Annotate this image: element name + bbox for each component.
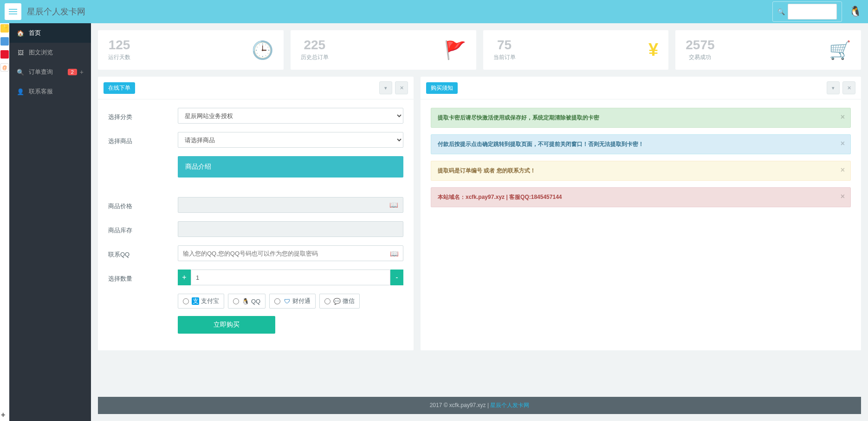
rail-icon-at[interactable]: @ — [0, 63, 9, 72]
sidebar-item-label: 订单查询 — [29, 68, 53, 76]
search-icon: 🔍 — [17, 69, 24, 76]
plus-icon: + — [80, 68, 84, 76]
yen-icon: ¥ — [648, 40, 658, 60]
sidebar: 🏠 首页 🖼 图文浏览 🔍 订单查询 2 + 👤 联系客服 — [9, 23, 91, 421]
label-category: 选择分类 — [108, 110, 178, 121]
notice-panel: 购买须知 ▾ ✕ 提取卡密后请尽快激活使用或保存好，系统定期清除被提取的卡密× … — [421, 77, 861, 350]
search-input[interactable] — [788, 4, 837, 20]
qty-minus-button[interactable]: - — [390, 270, 403, 285]
alert-danger: 本站域名：xcfk.pay97.xyz | 客服QQ:1845457144× — [431, 187, 851, 207]
stat-value: 75 — [493, 39, 516, 52]
buy-button[interactable]: 立即购买 — [178, 316, 275, 334]
qty-plus-button[interactable]: + — [178, 270, 191, 285]
rail-icon-weibo[interactable] — [0, 50, 9, 59]
footer-link[interactable]: 星辰个人发卡网 — [490, 402, 529, 408]
order-panel: 在线下单 ▾ ✕ 选择分类 星辰网站业务授权 — [98, 77, 414, 350]
user-icon: 👤 — [17, 88, 24, 95]
home-icon: 🏠 — [17, 30, 24, 37]
left-rail: ⭐ @ + — [0, 23, 9, 421]
search-box[interactable]: 🔍 — [772, 1, 842, 22]
rail-icon-blue[interactable] — [0, 37, 9, 46]
alert-success: 提取卡密后请尽快激活使用或保存好，系统定期清除被提取的卡密× — [431, 108, 851, 128]
sidebar-item-label: 图文浏览 — [29, 48, 53, 57]
site-title: 星辰个人发卡网 — [27, 6, 85, 17]
pay-option-qq[interactable]: 🐧QQ — [228, 294, 266, 309]
stat-value: 2575 — [686, 39, 714, 52]
stat-card-success: 2575 交易成功 🛒 — [675, 30, 861, 70]
close-button[interactable]: ✕ — [395, 81, 408, 94]
rail-icon-star[interactable]: ⭐ — [0, 24, 9, 33]
book-icon: 📖 — [390, 250, 399, 258]
category-select[interactable]: 星辰网站业务授权 — [178, 108, 403, 124]
label-price: 商品价格 — [108, 199, 178, 210]
close-icon[interactable]: × — [841, 192, 845, 201]
sidebar-item-contact[interactable]: 👤 联系客服 — [9, 82, 91, 101]
image-icon: 🖼 — [17, 49, 24, 56]
label-product: 选择商品 — [108, 134, 178, 145]
stat-value: 225 — [301, 39, 329, 52]
topbar: 星辰个人发卡网 🔍 🐧 — [0, 0, 868, 23]
stat-label: 当前订单 — [493, 53, 516, 61]
pay-option-tenpay[interactable]: 🛡财付通 — [269, 294, 316, 309]
orders-badge: 2 — [68, 69, 77, 75]
panel-title: 在线下单 — [104, 82, 135, 94]
price-display: 📖 — [178, 197, 403, 213]
stat-value: 125 — [108, 39, 130, 52]
label-qty: 选择数量 — [108, 272, 178, 283]
menu-toggle-button[interactable] — [5, 3, 21, 20]
sidebar-item-orders[interactable]: 🔍 订单查询 2 + — [9, 62, 91, 82]
collapse-button[interactable]: ▾ — [827, 81, 840, 94]
clock-icon: 🕒 — [252, 40, 273, 60]
flag-icon: 🚩 — [444, 40, 466, 60]
search-icon: 🔍 — [777, 8, 785, 15]
stat-label: 运行天数 — [108, 53, 130, 61]
qty-input[interactable] — [191, 270, 390, 285]
sidebar-item-label: 联系客服 — [29, 87, 53, 96]
close-icon[interactable]: × — [841, 139, 845, 148]
stat-card-current: 75 当前订单 ¥ — [483, 30, 669, 70]
footer: 2017 © xcfk.pay97.xyz | 星辰个人发卡网 — [98, 397, 861, 414]
label-stock: 商品库存 — [108, 224, 178, 235]
product-intro-banner: 商品介绍 — [178, 156, 403, 178]
cart-icon: 🛒 — [829, 40, 851, 60]
stock-display — [178, 221, 403, 237]
pay-option-wechat[interactable]: 💬微信 — [319, 294, 360, 309]
alert-warning: 提取码是订单编号 或者 您的联系方式！× — [431, 161, 851, 181]
close-icon[interactable]: × — [841, 166, 845, 174]
stats-row: 125 运行天数 🕒 225 历史总订单 🚩 75 当前订单 ¥ — [98, 30, 861, 70]
label-qq: 联系QQ — [108, 248, 178, 259]
panel-title: 购买须知 — [426, 82, 458, 94]
pay-option-alipay[interactable]: 支支付宝 — [178, 294, 224, 309]
close-icon[interactable]: × — [841, 113, 845, 121]
plus-icon[interactable]: + — [1, 411, 5, 419]
alert-info: 付款后按提示点击确定跳转到提取页面，不可提前关闭窗口！否则无法提取到卡密！× — [431, 134, 851, 154]
book-icon: 📖 — [389, 201, 398, 209]
collapse-button[interactable]: ▾ — [379, 81, 392, 94]
sidebar-item-home[interactable]: 🏠 首页 — [9, 23, 91, 43]
stat-label: 交易成功 — [686, 53, 714, 61]
stat-label: 历史总订单 — [301, 53, 329, 61]
sidebar-item-gallery[interactable]: 🖼 图文浏览 — [9, 43, 91, 62]
close-button[interactable]: ✕ — [842, 81, 855, 94]
stat-card-days: 125 运行天数 🕒 — [98, 30, 284, 70]
stat-card-history: 225 历史总订单 🚩 — [291, 30, 476, 70]
product-select[interactable]: 请选择商品 — [178, 132, 403, 148]
qq-avatar-button[interactable]: 🐧 — [847, 3, 863, 20]
qq-input[interactable] — [178, 245, 403, 261]
sidebar-item-label: 首页 — [29, 29, 41, 37]
